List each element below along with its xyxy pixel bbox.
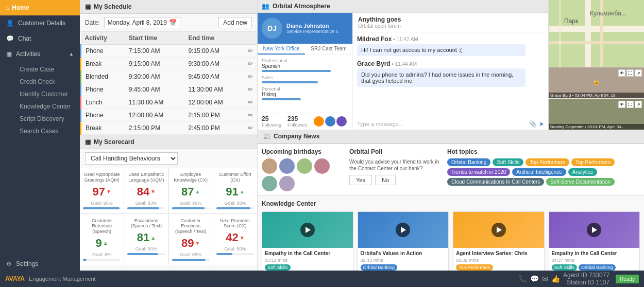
knowledge-card-tags: Soft SkillsOrbital Banking <box>552 264 637 271</box>
knowledge-card-title: Agent Interview Series: Chris <box>456 250 541 257</box>
create-case-label: Create Case <box>20 66 54 73</box>
knowledge-info: Empathy in the Call Center 04:37 mins So… <box>549 248 640 271</box>
expand-icon-2[interactable]: ⛶ <box>626 101 634 108</box>
left-column: ▦ My Schedule Date: Monday, April 8, 201… <box>80 0 258 271</box>
attachment-icon[interactable]: 📎 <box>529 120 537 128</box>
sidebar-item-create-case[interactable]: Create Case <box>15 64 80 75</box>
knowledge-card[interactable]: Agent Interview Series: Chris 06:02 mins… <box>453 211 545 271</box>
chat-label: Chat <box>18 35 31 42</box>
topic-tag[interactable]: Self-Serve Documentation <box>546 178 615 186</box>
edit-icon[interactable]: ✏ <box>248 60 253 67</box>
topic-tag[interactable]: Soft Skills <box>493 158 523 166</box>
sidebar-home-label: Home <box>12 4 29 11</box>
profile-tab-ny[interactable]: New York Office <box>258 44 305 55</box>
share-icon[interactable]: ↗ <box>635 69 642 77</box>
svg-rect-5 <box>559 0 561 67</box>
sidebar-item-script-discovery[interactable]: Script Discovery <box>15 113 80 124</box>
edit-icon[interactable]: ✏ <box>248 47 253 55</box>
chat-message: Mildred Fox • 11:42 AM Hi! I can not get… <box>357 35 544 56</box>
sidebar-item-identify-customer[interactable]: Identify Customer <box>15 88 80 100</box>
knowledge-info: Empathy in the Call Center 05:11 mins So… <box>262 248 353 271</box>
topic-tag[interactable]: Top Performers <box>571 158 615 166</box>
start-time-cell: 7:15:00 AM <box>125 45 184 58</box>
scorecard-cell-value: 84▼ <box>137 185 156 199</box>
table-row: Break 2:15:00 PM 2:45:00 PM ✏ <box>81 122 258 135</box>
sidebar-item-search-cases[interactable]: Search Cases <box>15 125 80 137</box>
send-icon[interactable]: ➤ <box>539 120 544 128</box>
knowledge-card-title: Empathy in the Call Center <box>552 250 637 257</box>
topic-tag[interactable]: Top Performers <box>526 158 569 166</box>
share-icon-2[interactable]: ↗ <box>635 101 642 108</box>
svg-text:Парк: Парк <box>564 17 579 25</box>
expand-icon[interactable]: ⛶ <box>626 69 634 77</box>
scorecard-dropdown[interactable]: Call Handling Behaviours <box>85 152 178 165</box>
knowledge-card[interactable]: Empathy in the Call Center 04:37 mins So… <box>549 211 640 271</box>
scorecard-bar-fill <box>216 207 251 209</box>
date-input[interactable]: Monday, April 8, 2019 📅 <box>104 17 180 28</box>
poll-yes-button[interactable]: Yes <box>349 175 372 185</box>
schedule-icon: ▦ <box>85 3 91 10</box>
thumbs-up-icon[interactable]: 👍 <box>551 275 560 283</box>
sidebar-item-knowledge-center[interactable]: Knowledge Center <box>15 101 80 112</box>
knowledge-info: Agent Interview Series: Chris 06:02 mins… <box>453 248 544 271</box>
birthdays-title: Upcoming birthdays <box>262 148 344 155</box>
profile-tab-srj[interactable]: SRJ Cast Team <box>305 44 352 55</box>
topic-tag[interactable]: Analytics <box>568 168 597 176</box>
knowledge-card-tags: Soft Skills <box>265 264 350 271</box>
scorecard-toolbar: Call Handling Behaviours <box>80 149 257 168</box>
sidebar-item-chat[interactable]: 💬 Chat <box>0 31 80 46</box>
scorecard-cell: Next Promoter Score (CX) 42▼ Goal: 50% <box>213 214 257 265</box>
topic-tag[interactable]: Trends to watch in 2020 <box>447 168 510 176</box>
follower-avatar-3 <box>336 116 347 127</box>
skill-professional: Professional Spanish <box>262 58 348 72</box>
scorecard-cell-value: 97▼ <box>92 185 111 199</box>
start-time-cell: 12:00:00 AM <box>125 109 184 122</box>
poll-title: Orbital Poll <box>349 148 442 155</box>
scorecard-cell-value: 9▲ <box>96 237 108 250</box>
sidebar-item-settings[interactable]: ⚙ Settings <box>0 256 80 272</box>
play-button[interactable] <box>492 223 506 237</box>
birthday-avatar-2 <box>279 158 295 174</box>
sidebar-item-credit-check[interactable]: Credit Check <box>15 76 80 87</box>
play-button[interactable] <box>396 223 410 237</box>
add-new-button[interactable]: Add new <box>218 17 252 28</box>
poll-no-button[interactable]: No <box>375 175 396 185</box>
edit-icon[interactable]: ✏ <box>248 99 253 106</box>
birthday-avatar-1 <box>262 158 277 174</box>
topic-tag[interactable]: Orbital Banking <box>447 158 490 166</box>
knowledge-card[interactable]: Orbital's Values in Action 02:43 mins Or… <box>358 211 449 271</box>
ready-button[interactable]: Ready <box>616 275 639 283</box>
scorecard-cell-label: Escalations (Speech / Text) <box>127 218 165 229</box>
eye-icon[interactable]: 👁 <box>618 69 625 77</box>
orbital-icon: 👥 <box>262 3 269 10</box>
scorecard-goal: Goal: 90% <box>135 246 157 252</box>
table-row: Phone 12:00:00 AM 2:15:00 PM ✏ <box>81 109 258 122</box>
followers-count: 235 Followers <box>287 115 308 128</box>
sidebar-item-customer-details[interactable]: 👤 Customer Details <box>0 15 80 31</box>
phone-status-icon[interactable]: 📞 <box>518 275 527 283</box>
edit-icon[interactable]: ✏ <box>248 86 253 93</box>
topic-tag[interactable]: Cloud Communications In Call Centers <box>447 178 544 186</box>
calendar-icon[interactable]: 📅 <box>169 19 177 26</box>
activity-cell: Blended <box>81 70 125 83</box>
chat-status-icon[interactable]: 💬 <box>530 275 539 283</box>
start-time-cell: 9:15:00 AM <box>125 58 184 70</box>
edit-icon[interactable]: ✏ <box>248 73 253 80</box>
eye-icon-2[interactable]: 👁 <box>618 101 625 108</box>
hot-topics-tags: Orbital BankingSoft SkillsTop Performers… <box>447 158 640 186</box>
scorecard-cell: Customer Emotions (Speech / Text) 89▼ Go… <box>169 214 213 265</box>
topic-tag[interactable]: Artificial Intelligence <box>512 168 566 176</box>
sidebar-item-activities[interactable]: ▦ Activities ▲ <box>0 46 80 62</box>
chat-input[interactable] <box>357 121 527 127</box>
play-button[interactable] <box>300 223 315 237</box>
knowledge-card[interactable]: Empathy in the Call Center 05:11 mins So… <box>262 211 353 271</box>
play-button[interactable] <box>587 223 601 237</box>
poll-question: Would you advise your friend to work in … <box>349 158 442 172</box>
edit-icon[interactable]: ✏ <box>248 124 253 132</box>
sidebar-home[interactable]: ⌂ Home <box>0 0 80 15</box>
down-arrow-icon: ▼ <box>195 240 200 246</box>
table-row: Phone 9:45:00 AM 11:30:00 AM ✏ <box>81 83 258 96</box>
email-status-icon[interactable]: ✉ <box>542 275 548 283</box>
edit-icon[interactable]: ✏ <box>248 112 253 119</box>
scorecard-cell-label: Employee Knowledge (CX) <box>172 172 210 183</box>
